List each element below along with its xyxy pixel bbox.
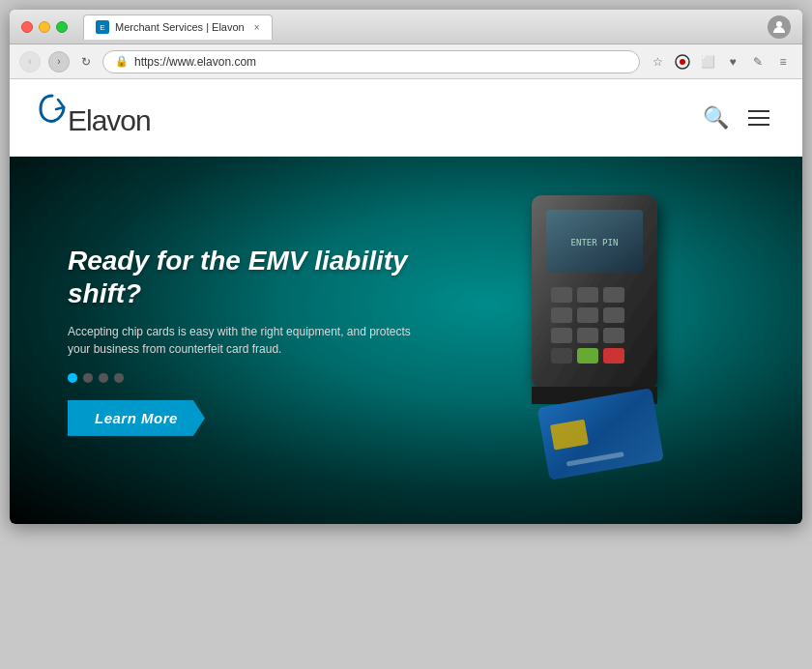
address-actions: ☆ ⬜ ♥ ✎ ≡ xyxy=(648,52,793,72)
refresh-button[interactable]: ↻ xyxy=(77,55,95,69)
dot-1[interactable] xyxy=(68,373,77,383)
svg-rect-8 xyxy=(603,287,624,303)
elavon-logo[interactable]: Elavon xyxy=(39,98,151,137)
svg-point-0 xyxy=(776,21,782,27)
dot-3[interactable] xyxy=(99,373,108,383)
browser-menu-icon[interactable]: ≡ xyxy=(773,52,793,72)
forward-button[interactable]: › xyxy=(48,51,70,73)
hero-title: Ready for the EMV liability shift? xyxy=(68,245,474,309)
ssl-lock-icon: 🔒 xyxy=(115,55,129,68)
svg-rect-10 xyxy=(577,307,598,323)
hamburger-line-2 xyxy=(748,117,769,119)
address-bar-row: ‹ › ↻ 🔒 https://www.elavon.com ☆ ⬜ ♥ ✎ ≡ xyxy=(10,44,802,79)
svg-rect-9 xyxy=(551,307,572,323)
svg-rect-7 xyxy=(577,287,598,303)
hero-subtitle: Accepting chip cards is easy with the ri… xyxy=(68,323,416,358)
svg-rect-13 xyxy=(577,328,598,343)
header-actions: 🔍 xyxy=(703,105,773,131)
hero-text-block: Ready for the EMV liability shift? Accep… xyxy=(68,245,474,436)
bookmark-star-icon[interactable]: ☆ xyxy=(648,52,667,72)
svg-rect-6 xyxy=(551,287,572,303)
camera-icon[interactable] xyxy=(673,52,692,72)
address-bar[interactable]: 🔒 https://www.elavon.com xyxy=(102,50,640,73)
svg-rect-12 xyxy=(551,328,572,343)
tab-close-button[interactable]: × xyxy=(254,22,260,33)
screen-share-icon[interactable]: ⬜ xyxy=(698,52,717,72)
site-header: Elavon 🔍 xyxy=(10,79,802,157)
back-button[interactable]: ‹ xyxy=(19,51,41,73)
heart-pin-icon[interactable]: ♥ xyxy=(723,52,742,72)
search-button[interactable]: 🔍 xyxy=(703,105,729,131)
logo-arc-icon xyxy=(39,94,66,127)
dot-2[interactable] xyxy=(83,373,93,383)
logo-text: Elavon xyxy=(68,104,151,137)
website-content: Elavon 🔍 ENTER PIN xyxy=(10,79,802,524)
tab-title: Merchant Services | Elavon xyxy=(115,21,245,33)
learn-more-button[interactable]: Learn More xyxy=(68,400,205,436)
svg-rect-16 xyxy=(577,348,598,364)
svg-point-2 xyxy=(680,59,685,65)
svg-text:ENTER PIN: ENTER PIN xyxy=(571,238,619,247)
hero-banner: ENTER PIN xyxy=(10,157,802,524)
dot-4[interactable] xyxy=(114,373,124,383)
svg-rect-11 xyxy=(603,307,624,323)
traffic-lights xyxy=(21,21,68,33)
browser-titlebar: E Merchant Services | Elavon × xyxy=(10,10,802,44)
browser-window: E Merchant Services | Elavon × ‹ › ↻ 🔒 h… xyxy=(10,10,802,524)
hamburger-line-1 xyxy=(748,110,769,112)
close-button[interactable] xyxy=(21,21,33,33)
user-profile-icon[interactable] xyxy=(768,15,791,39)
slider-dots xyxy=(68,373,474,383)
url-text: https://www.elavon.com xyxy=(134,55,256,69)
pencil-icon[interactable]: ✎ xyxy=(748,52,768,72)
tab-favicon: E xyxy=(96,20,109,34)
hamburger-line-3 xyxy=(748,124,769,126)
minimize-button[interactable] xyxy=(39,21,50,33)
tab-bar: E Merchant Services | Elavon × xyxy=(83,15,760,40)
hamburger-menu-button[interactable] xyxy=(744,106,773,130)
svg-rect-17 xyxy=(603,348,624,364)
svg-rect-15 xyxy=(551,348,572,364)
maximize-button[interactable] xyxy=(56,21,68,33)
active-tab[interactable]: E Merchant Services | Elavon × xyxy=(83,15,273,40)
svg-rect-14 xyxy=(603,328,624,343)
